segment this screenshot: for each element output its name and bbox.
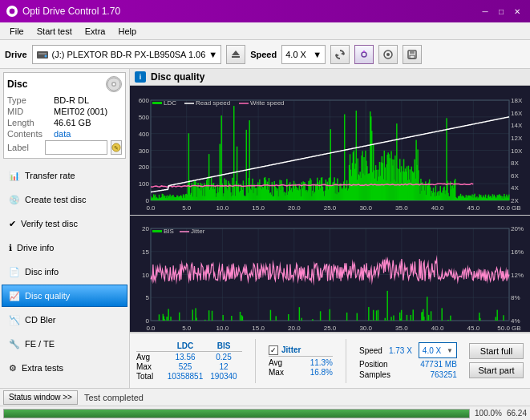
sidebar-item-label-cd-bler: CD Bler	[25, 315, 56, 325]
title-bar-left: Opti Drive Control 1.70	[6, 6, 120, 17]
sidebar-item-label-create-test-disc: Create test disc	[25, 195, 86, 204]
disc-mid-row: MID MEIT02 (001)	[7, 107, 122, 116]
minimize-button[interactable]: ─	[479, 5, 492, 18]
disc-label-row: Label ✎	[7, 140, 122, 155]
bis-avg: 0.25	[205, 353, 242, 361]
dropdown-arrow-icon: ▼	[208, 50, 217, 59]
sidebar-item-extra-tests[interactable]: ⚙ Extra tests	[2, 357, 127, 379]
chart2-canvas	[130, 216, 530, 333]
toolbar: Drive (J:) PLEXTOR BD-R PX-LB950SA 1.06 …	[0, 40, 530, 69]
app-icon	[6, 6, 18, 17]
svg-marker-4	[232, 50, 240, 55]
svg-marker-6	[341, 52, 344, 55]
sidebar-item-fe-te[interactable]: 🔧 FE / TE	[2, 333, 127, 355]
disc-quality-icon: 📈	[9, 291, 20, 301]
sidebar-item-label-disc-info: Disc info	[25, 267, 59, 277]
samples-value: 763251	[430, 370, 456, 379]
speed-stat-value: 1.73 X	[389, 346, 412, 355]
position-label: Position	[359, 360, 388, 369]
disc-icon	[106, 76, 122, 92]
status-window-button[interactable]: Status window >>	[3, 390, 78, 405]
chart-bis	[130, 216, 530, 333]
svg-rect-5	[232, 56, 240, 58]
start-buttons: Start full Start part	[469, 343, 524, 378]
svg-rect-13	[410, 50, 415, 54]
svg-marker-7	[336, 54, 339, 57]
disc-panel: Disc Type BD-R DL MID MEIT02 (001) Lengt…	[3, 72, 126, 159]
speed-label: Speed	[250, 50, 277, 59]
bis-total: 190340	[205, 372, 242, 381]
sidebar-item-create-test-disc[interactable]: 💿 Create test disc	[2, 188, 127, 211]
disc-length-row: Length 46.61 GB	[7, 118, 122, 127]
svg-point-9	[363, 50, 365, 52]
speed-dropdown-arrow-icon: ▼	[313, 50, 322, 59]
disc-type-label: Type	[7, 95, 54, 105]
svg-point-0	[9, 8, 15, 14]
speed-dropdown-value: 4.0 X	[423, 346, 441, 355]
ldc-max: 525	[167, 362, 204, 371]
eject-button[interactable]	[226, 45, 245, 64]
settings-button[interactable]	[354, 45, 374, 64]
divider-2	[346, 339, 346, 383]
sidebar-item-disc-info[interactable]: 📄 Disc info	[2, 260, 127, 283]
progress-percentage: 100.0%	[475, 409, 502, 418]
maximize-button[interactable]: □	[495, 5, 508, 18]
charts-container	[130, 86, 530, 333]
burn-button[interactable]	[378, 45, 398, 64]
menu-start-test[interactable]: Start test	[30, 25, 79, 38]
divider-1	[255, 339, 256, 383]
samples-label: Samples	[359, 370, 390, 379]
svg-point-17	[113, 83, 115, 86]
sidebar-item-verify-test-disc[interactable]: ✔ Verify test disc	[2, 212, 127, 235]
disc-quality-header: i Disc quality	[130, 69, 530, 86]
ldc-total: 10358851	[167, 372, 204, 381]
sidebar-item-label-fe-te: FE / TE	[25, 339, 55, 349]
menu-file[interactable]: File	[3, 25, 30, 38]
start-part-button[interactable]: Start part	[469, 362, 524, 378]
sidebar-item-label-drive-info: Drive info	[17, 243, 54, 252]
position-value: 47731 MB	[420, 360, 457, 369]
jitter-avg-label: Avg	[269, 358, 282, 367]
drive-icon	[36, 48, 49, 61]
status-bar: Status window >> Test completed	[0, 388, 530, 406]
svg-rect-2	[38, 53, 47, 55]
sidebar-item-label-disc-quality: Disc quality	[25, 291, 70, 301]
disc-label-input[interactable]	[45, 140, 107, 155]
jitter-avg: 11.3%	[310, 358, 333, 367]
start-full-button[interactable]: Start full	[469, 343, 524, 359]
menu-help[interactable]: Help	[111, 25, 143, 38]
disc-info-icon: 📄	[9, 267, 20, 277]
fe-te-icon: 🔧	[9, 339, 20, 349]
sidebar-item-transfer-rate[interactable]: 📊 Transfer rate	[2, 164, 127, 187]
disc-title: Disc	[7, 79, 27, 90]
sidebar-item-disc-quality[interactable]: 📈 Disc quality	[2, 285, 127, 307]
progress-fill	[4, 410, 469, 418]
drive-selector[interactable]: (J:) PLEXTOR BD-R PX-LB950SA 1.06 ▼	[32, 45, 222, 64]
max-label: Max	[136, 362, 165, 371]
progress-right-value: 66.24	[507, 409, 527, 418]
title-bar: Opti Drive Control 1.70 ─ □ ✕	[0, 0, 530, 22]
refresh-button[interactable]	[330, 45, 350, 64]
disc-label-edit-button[interactable]: ✎	[111, 140, 122, 155]
disc-contents-value: data	[54, 129, 71, 139]
progress-track	[3, 409, 470, 418]
disc-quality-header-icon: i	[135, 71, 146, 83]
stats-empty	[136, 341, 165, 350]
close-button[interactable]: ✕	[511, 5, 524, 18]
menu-extra[interactable]: Extra	[79, 25, 112, 38]
speed-selector[interactable]: 4.0 X ▼	[281, 45, 326, 64]
save-button[interactable]	[403, 45, 422, 64]
sidebar-item-cd-bler[interactable]: 📉 CD Bler	[2, 309, 127, 331]
title-bar-controls: ─ □ ✕	[479, 5, 524, 18]
disc-label-label: Label	[7, 143, 42, 152]
svg-point-3	[44, 55, 47, 57]
disc-length-label: Length	[7, 118, 54, 127]
main-content: Disc Type BD-R DL MID MEIT02 (001) Lengt…	[0, 69, 530, 388]
speed-dropdown[interactable]: 4.0 X ▼	[419, 342, 457, 358]
disc-type-row: Type BD-R DL	[7, 95, 122, 105]
jitter-checkbox[interactable]: ✓	[269, 345, 278, 355]
status-text: Test completed	[84, 393, 144, 402]
create-test-disc-icon: 💿	[9, 195, 20, 205]
sidebar-item-drive-info[interactable]: ℹ Drive info	[2, 236, 127, 259]
ldc-header: LDC	[167, 341, 204, 350]
